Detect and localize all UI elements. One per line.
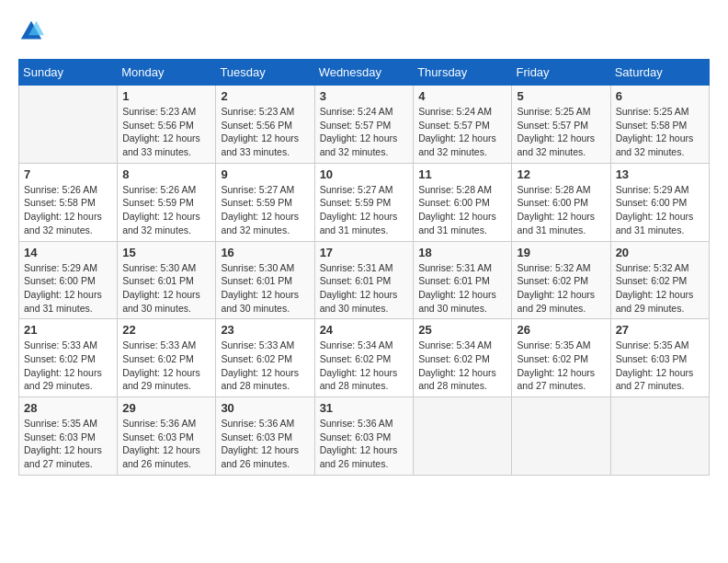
- day-cell: [19, 86, 118, 164]
- day-cell: 7Sunrise: 5:26 AMSunset: 5:58 PMDaylight…: [19, 163, 118, 241]
- day-number: 12: [517, 167, 605, 181]
- day-cell: 27Sunrise: 5:35 AMSunset: 6:03 PMDayligh…: [610, 319, 709, 397]
- day-number: 29: [122, 401, 210, 415]
- day-info: Sunrise: 5:28 AMSunset: 6:00 PMDaylight:…: [418, 183, 506, 237]
- day-info: Sunrise: 5:33 AMSunset: 6:02 PMDaylight:…: [122, 339, 210, 393]
- day-info: Sunrise: 5:26 AMSunset: 5:59 PMDaylight:…: [122, 183, 210, 237]
- day-number: 9: [221, 167, 309, 181]
- day-info: Sunrise: 5:30 AMSunset: 6:01 PMDaylight:…: [122, 261, 210, 316]
- day-info: Sunrise: 5:36 AMSunset: 6:03 PMDaylight:…: [122, 417, 210, 471]
- day-info: Sunrise: 5:31 AMSunset: 6:01 PMDaylight:…: [418, 261, 506, 316]
- day-cell: 3Sunrise: 5:24 AMSunset: 5:57 PMDaylight…: [314, 86, 414, 164]
- week-row-4: 21Sunrise: 5:33 AMSunset: 6:02 PMDayligh…: [19, 319, 710, 397]
- day-cell: 4Sunrise: 5:24 AMSunset: 5:57 PMDaylight…: [414, 86, 512, 164]
- day-info: Sunrise: 5:36 AMSunset: 6:03 PMDaylight:…: [320, 417, 409, 471]
- day-cell: 9Sunrise: 5:27 AMSunset: 5:59 PMDaylight…: [216, 163, 314, 241]
- day-cell: [512, 397, 610, 476]
- day-number: 18: [418, 246, 506, 259]
- day-info: Sunrise: 5:27 AMSunset: 5:59 PMDaylight:…: [221, 183, 309, 237]
- day-number: 6: [616, 89, 704, 103]
- day-number: 16: [221, 246, 309, 259]
- week-row-2: 7Sunrise: 5:26 AMSunset: 5:58 PMDaylight…: [19, 163, 710, 241]
- day-info: Sunrise: 5:23 AMSunset: 5:56 PMDaylight:…: [122, 105, 210, 159]
- day-number: 24: [320, 323, 409, 337]
- day-info: Sunrise: 5:34 AMSunset: 6:02 PMDaylight:…: [418, 339, 506, 393]
- page-header: [18, 18, 710, 44]
- day-number: 26: [517, 323, 605, 337]
- day-number: 2: [221, 89, 309, 103]
- day-cell: 11Sunrise: 5:28 AMSunset: 6:00 PMDayligh…: [414, 163, 512, 241]
- day-cell: 25Sunrise: 5:34 AMSunset: 6:02 PMDayligh…: [414, 319, 512, 397]
- day-info: Sunrise: 5:29 AMSunset: 6:00 PMDaylight:…: [616, 183, 704, 237]
- calendar-table: SundayMondayTuesdayWednesdayThursdayFrid…: [18, 59, 710, 476]
- day-cell: 2Sunrise: 5:23 AMSunset: 5:56 PMDaylight…: [216, 86, 314, 164]
- week-row-1: 1Sunrise: 5:23 AMSunset: 5:56 PMDaylight…: [19, 86, 710, 164]
- day-number: 17: [320, 246, 409, 259]
- day-number: 27: [616, 323, 704, 337]
- day-cell: 30Sunrise: 5:36 AMSunset: 6:03 PMDayligh…: [216, 397, 314, 476]
- header-wednesday: Wednesday: [314, 60, 414, 86]
- day-number: 22: [122, 323, 210, 337]
- day-number: 31: [320, 401, 409, 415]
- day-cell: 29Sunrise: 5:36 AMSunset: 6:03 PMDayligh…: [118, 397, 216, 476]
- day-number: 11: [418, 167, 506, 181]
- day-info: Sunrise: 5:26 AMSunset: 5:58 PMDaylight:…: [24, 183, 112, 237]
- day-info: Sunrise: 5:29 AMSunset: 6:00 PMDaylight:…: [24, 261, 112, 316]
- day-number: 8: [122, 167, 210, 181]
- day-cell: 14Sunrise: 5:29 AMSunset: 6:00 PMDayligh…: [19, 241, 118, 319]
- day-number: 25: [418, 323, 506, 337]
- day-info: Sunrise: 5:25 AMSunset: 5:58 PMDaylight:…: [616, 105, 704, 159]
- day-number: 3: [320, 89, 409, 103]
- day-info: Sunrise: 5:33 AMSunset: 6:02 PMDaylight:…: [24, 339, 112, 393]
- header-thursday: Thursday: [414, 60, 512, 86]
- day-cell: 23Sunrise: 5:33 AMSunset: 6:02 PMDayligh…: [216, 319, 314, 397]
- day-info: Sunrise: 5:32 AMSunset: 6:02 PMDaylight:…: [616, 261, 704, 316]
- day-info: Sunrise: 5:24 AMSunset: 5:57 PMDaylight:…: [320, 105, 409, 159]
- day-number: 10: [320, 167, 409, 181]
- day-number: 19: [517, 246, 605, 259]
- day-number: 21: [24, 323, 112, 337]
- day-number: 1: [122, 89, 210, 103]
- day-info: Sunrise: 5:25 AMSunset: 5:57 PMDaylight:…: [517, 105, 605, 159]
- day-info: Sunrise: 5:35 AMSunset: 6:03 PMDaylight:…: [24, 417, 112, 471]
- day-cell: 6Sunrise: 5:25 AMSunset: 5:58 PMDaylight…: [610, 86, 709, 164]
- day-cell: 19Sunrise: 5:32 AMSunset: 6:02 PMDayligh…: [512, 241, 610, 319]
- day-info: Sunrise: 5:27 AMSunset: 5:59 PMDaylight:…: [320, 183, 409, 237]
- day-number: 13: [616, 167, 704, 181]
- day-info: Sunrise: 5:34 AMSunset: 6:02 PMDaylight:…: [320, 339, 409, 393]
- day-cell: 31Sunrise: 5:36 AMSunset: 6:03 PMDayligh…: [314, 397, 414, 476]
- day-info: Sunrise: 5:24 AMSunset: 5:57 PMDaylight:…: [418, 105, 506, 159]
- day-cell: 13Sunrise: 5:29 AMSunset: 6:00 PMDayligh…: [610, 163, 709, 241]
- day-number: 15: [122, 246, 210, 259]
- day-cell: 20Sunrise: 5:32 AMSunset: 6:02 PMDayligh…: [610, 241, 709, 319]
- day-info: Sunrise: 5:36 AMSunset: 6:03 PMDaylight:…: [221, 417, 309, 471]
- day-cell: 24Sunrise: 5:34 AMSunset: 6:02 PMDayligh…: [314, 319, 414, 397]
- day-info: Sunrise: 5:35 AMSunset: 6:02 PMDaylight:…: [517, 339, 605, 393]
- day-cell: 18Sunrise: 5:31 AMSunset: 6:01 PMDayligh…: [414, 241, 512, 319]
- header-sunday: Sunday: [19, 60, 118, 86]
- day-cell: 16Sunrise: 5:30 AMSunset: 6:01 PMDayligh…: [216, 241, 314, 319]
- day-number: 28: [24, 401, 112, 415]
- day-cell: 5Sunrise: 5:25 AMSunset: 5:57 PMDaylight…: [512, 86, 610, 164]
- header-monday: Monday: [118, 60, 216, 86]
- header-tuesday: Tuesday: [216, 60, 314, 86]
- day-info: Sunrise: 5:32 AMSunset: 6:02 PMDaylight:…: [517, 261, 605, 316]
- calendar-header-row: SundayMondayTuesdayWednesdayThursdayFrid…: [19, 60, 710, 86]
- day-cell: 8Sunrise: 5:26 AMSunset: 5:59 PMDaylight…: [118, 163, 216, 241]
- day-info: Sunrise: 5:23 AMSunset: 5:56 PMDaylight:…: [221, 105, 309, 159]
- day-cell: 1Sunrise: 5:23 AMSunset: 5:56 PMDaylight…: [118, 86, 216, 164]
- day-cell: 10Sunrise: 5:27 AMSunset: 5:59 PMDayligh…: [314, 163, 414, 241]
- day-cell: [610, 397, 709, 476]
- day-cell: 22Sunrise: 5:33 AMSunset: 6:02 PMDayligh…: [118, 319, 216, 397]
- day-cell: 12Sunrise: 5:28 AMSunset: 6:00 PMDayligh…: [512, 163, 610, 241]
- day-number: 30: [221, 401, 309, 415]
- logo-icon: [18, 18, 44, 44]
- day-cell: [414, 397, 512, 476]
- day-cell: 21Sunrise: 5:33 AMSunset: 6:02 PMDayligh…: [19, 319, 118, 397]
- day-info: Sunrise: 5:28 AMSunset: 6:00 PMDaylight:…: [517, 183, 605, 237]
- day-info: Sunrise: 5:31 AMSunset: 6:01 PMDaylight:…: [320, 261, 409, 316]
- day-number: 14: [24, 246, 112, 259]
- day-cell: 15Sunrise: 5:30 AMSunset: 6:01 PMDayligh…: [118, 241, 216, 319]
- day-number: 5: [517, 89, 605, 103]
- day-info: Sunrise: 5:33 AMSunset: 6:02 PMDaylight:…: [221, 339, 309, 393]
